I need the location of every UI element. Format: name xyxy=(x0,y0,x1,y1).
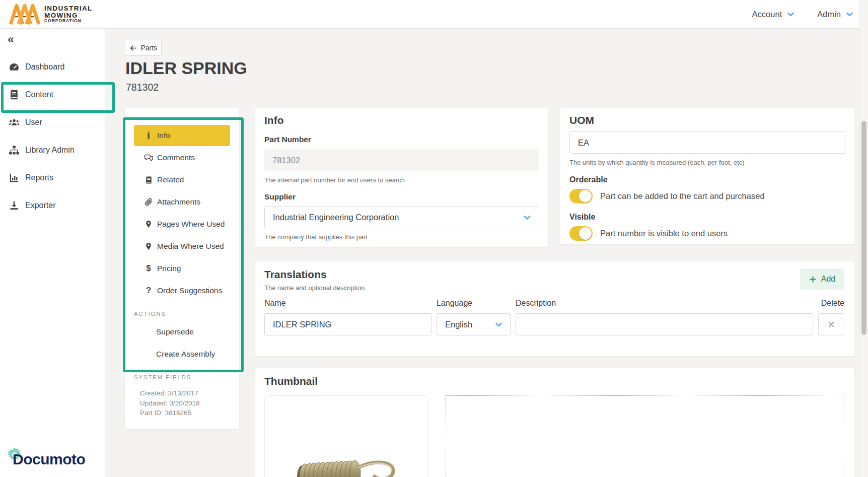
toggle-knob xyxy=(579,227,592,240)
company-logo: INDUSTRIAL MOWING CORPORATION xyxy=(8,3,93,25)
thumbnail-drop-zone[interactable] xyxy=(446,395,844,477)
info-icon: i xyxy=(143,130,154,141)
supplier-selected-value: Industrial Engineering Corporation xyxy=(273,213,523,222)
visible-label: Visible xyxy=(569,213,845,222)
supplier-select[interactable]: Industrial Engineering Corporation xyxy=(264,207,539,228)
sidebar-item-label: Reports xyxy=(25,173,53,182)
translation-description-input[interactable] xyxy=(516,313,813,335)
orderable-toggle[interactable] xyxy=(569,189,593,203)
system-fields: Created: 3/13/2017 Updated: 3/20/2018 Pa… xyxy=(125,388,239,418)
sidebar-item-library-admin[interactable]: Library Admin xyxy=(0,136,105,164)
part-nav-label: Order Suggestions xyxy=(157,286,222,295)
uom-panel-title: UOM xyxy=(569,114,845,126)
part-nav-label: Pricing xyxy=(157,264,181,273)
admin-menu[interactable]: Admin xyxy=(817,10,854,19)
chevron-down-icon xyxy=(494,320,503,329)
uom-panel: UOM The units by which quantity is measu… xyxy=(560,108,854,244)
users-icon xyxy=(9,117,20,128)
part-nav-item-media-where-used[interactable]: Media Where Used xyxy=(125,235,239,257)
back-arrow-icon xyxy=(129,44,137,52)
account-menu-label: Account xyxy=(752,10,782,19)
thumbnail-panel: Thumbnail xyxy=(255,368,854,477)
back-button-label: Parts xyxy=(141,44,158,52)
translations-subtitle: The name and optional description xyxy=(264,284,365,292)
sidebar-item-reports[interactable]: Reports xyxy=(0,164,105,191)
brand-wordmark: Documoto xyxy=(13,451,85,468)
close-icon xyxy=(827,320,835,328)
sidebar-collapse-button[interactable]: « xyxy=(8,33,14,46)
supplier-label: Supplier xyxy=(264,192,539,201)
orderable-description: Part can be added to the cart and purcha… xyxy=(600,191,765,201)
create-assembly-action[interactable]: Create Assembly xyxy=(125,343,239,365)
description-column-header: Description xyxy=(516,299,813,308)
part-nav-item-info[interactable]: i Info xyxy=(134,125,230,146)
sidebar-item-dashboard[interactable]: Dashboard xyxy=(0,53,105,81)
supersede-action[interactable]: Supersede xyxy=(125,321,239,343)
app-header: INDUSTRIAL MOWING CORPORATION Account Ad… xyxy=(0,0,868,29)
add-translation-button[interactable]: Add xyxy=(800,268,844,290)
thumbnail-title: Thumbnail xyxy=(264,375,844,387)
spring-photo xyxy=(294,458,400,477)
header-nav: Account Admin xyxy=(752,0,854,28)
scrollbar-thumb[interactable] xyxy=(861,121,866,335)
part-nav-item-pages-where-used[interactable]: Pages Where Used xyxy=(125,213,239,235)
sidebar-item-exporter[interactable]: Exporter xyxy=(0,191,105,219)
delete-column-header: Delete xyxy=(821,299,844,308)
logo-text: INDUSTRIAL MOWING CORPORATION xyxy=(44,5,93,23)
logo-mark-icon xyxy=(8,3,40,25)
sidebar-item-content[interactable]: Content xyxy=(0,81,105,108)
admin-menu-label: Admin xyxy=(817,10,841,19)
translation-row: Name Language English Description Delete xyxy=(264,299,844,335)
system-field-part-id: Part ID: 3816265 xyxy=(140,408,239,418)
plus-icon xyxy=(809,276,817,283)
language-selected-value: English xyxy=(445,320,494,329)
orderable-row: Part can be added to the cart and purcha… xyxy=(569,189,845,203)
sidebar-item-user[interactable]: User xyxy=(0,108,105,136)
toggle-knob xyxy=(579,190,592,202)
thumbnail-image[interactable] xyxy=(264,395,428,477)
part-nav-item-attachments[interactable]: Attachments xyxy=(125,191,239,213)
chevron-down-icon xyxy=(523,213,532,222)
part-nav-label: Attachments xyxy=(157,197,200,207)
sidebar-item-label: Dashboard xyxy=(25,62,64,72)
part-nav-item-order-suggestions[interactable]: ? Order Suggestions xyxy=(125,280,239,302)
name-column-header: Name xyxy=(264,299,431,308)
bar-chart-icon xyxy=(9,172,20,183)
part-nav-label: Info xyxy=(157,131,170,140)
part-nav-panel: i Info Comments Related Attachments Page… xyxy=(125,108,239,429)
back-to-parts-button[interactable]: Parts xyxy=(125,40,162,56)
delete-translation-button[interactable] xyxy=(818,313,844,335)
language-column-header: Language xyxy=(437,299,511,308)
part-nav-item-related[interactable]: Related xyxy=(125,169,239,191)
comments-icon xyxy=(143,153,154,163)
part-nav-label: Comments xyxy=(157,153,195,162)
visible-row: Part number is visible to end users xyxy=(569,226,845,241)
actions-section-header: ACTIONS xyxy=(125,307,239,321)
info-panel-title: Info xyxy=(264,114,539,126)
dollar-icon: $ xyxy=(143,263,154,274)
system-field-created: Created: 3/13/2017 xyxy=(140,388,239,398)
book-icon xyxy=(9,89,20,100)
visible-toggle[interactable] xyxy=(569,226,593,241)
account-menu[interactable]: Account xyxy=(752,10,795,19)
translation-name-input[interactable] xyxy=(264,313,431,335)
uom-input[interactable] xyxy=(569,131,845,154)
vertical-scrollbar[interactable] xyxy=(859,0,868,477)
orderable-label: Orderable xyxy=(569,175,845,184)
translations-title: Translations xyxy=(264,268,365,281)
uom-help: The units by which quantity is measured … xyxy=(569,159,845,166)
page-title: IDLER SPRING xyxy=(125,58,247,78)
supplier-help: The company that supplies this part xyxy=(264,233,539,241)
page-subtitle: 781302 xyxy=(126,82,159,93)
part-nav-item-pricing[interactable]: $ Pricing xyxy=(125,257,239,280)
part-number-help: The internal part number for end users t… xyxy=(264,176,539,184)
system-field-updated: Updated: 3/20/2018 xyxy=(140,398,239,408)
part-nav-item-comments[interactable]: Comments xyxy=(125,147,239,169)
translations-panel: Translations The name and optional descr… xyxy=(255,261,854,356)
sidebar-nav: Dashboard Content User Library Admin Rep… xyxy=(0,53,105,219)
part-nav-label: Related xyxy=(157,175,184,184)
language-select[interactable]: English xyxy=(437,313,511,335)
map-pin-icon xyxy=(143,220,154,229)
question-icon: ? xyxy=(143,286,154,296)
part-number-input[interactable] xyxy=(264,149,539,171)
